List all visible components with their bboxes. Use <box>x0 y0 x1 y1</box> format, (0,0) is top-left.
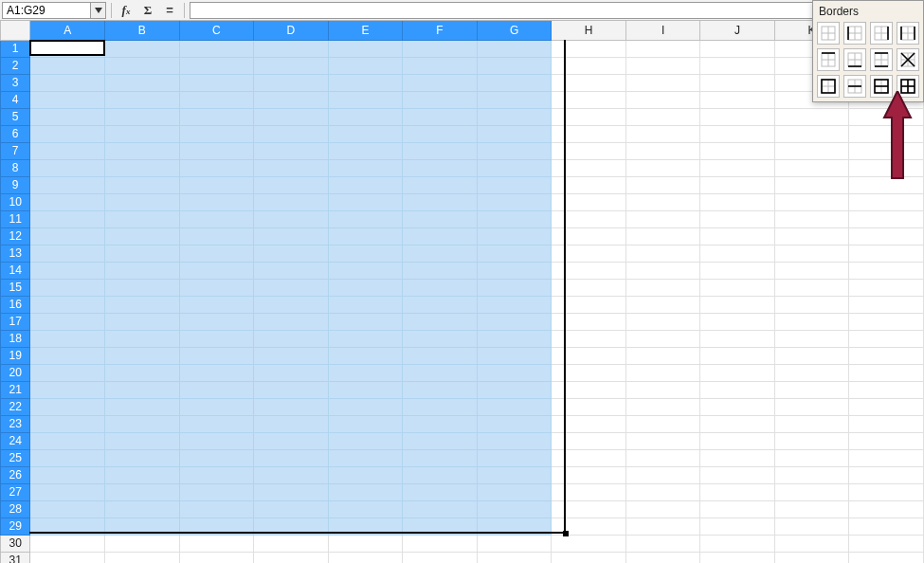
border-lr-icon[interactable] <box>897 22 919 45</box>
cell[interactable] <box>700 57 774 74</box>
cell[interactable] <box>774 296 849 313</box>
cell[interactable] <box>254 159 329 176</box>
cell[interactable] <box>179 330 254 347</box>
cell[interactable] <box>774 142 849 159</box>
cell[interactable] <box>774 381 849 398</box>
cell[interactable] <box>30 347 105 364</box>
cell[interactable] <box>849 500 924 518</box>
column-header[interactable]: D <box>254 21 329 40</box>
cell[interactable] <box>477 364 552 381</box>
cell[interactable] <box>477 449 552 466</box>
cell[interactable] <box>254 125 329 142</box>
column-header[interactable]: E <box>328 21 403 40</box>
cell[interactable] <box>700 91 774 108</box>
cell[interactable] <box>625 91 699 108</box>
cell[interactable] <box>328 330 403 347</box>
cell[interactable] <box>179 176 254 193</box>
cell[interactable] <box>254 176 329 193</box>
cell[interactable] <box>849 432 924 449</box>
cell[interactable] <box>179 552 254 563</box>
cell[interactable] <box>403 347 478 364</box>
row-header[interactable]: 3 <box>1 74 30 91</box>
cell[interactable] <box>179 296 254 313</box>
cell[interactable] <box>254 91 329 108</box>
cell[interactable] <box>30 500 105 518</box>
cell[interactable] <box>254 108 329 125</box>
row-header[interactable]: 11 <box>1 210 30 227</box>
cell[interactable] <box>179 432 254 449</box>
cell[interactable] <box>552 227 626 245</box>
cell[interactable] <box>700 432 774 449</box>
cell[interactable] <box>403 176 478 193</box>
cell[interactable] <box>700 296 774 313</box>
cell[interactable] <box>477 415 552 432</box>
cell[interactable] <box>30 415 105 432</box>
cell[interactable] <box>552 313 626 330</box>
cell[interactable] <box>254 449 329 466</box>
cell[interactable] <box>477 142 552 159</box>
cell[interactable] <box>254 364 329 381</box>
cell[interactable] <box>700 381 774 398</box>
cell[interactable] <box>774 535 849 552</box>
cell[interactable] <box>30 40 105 57</box>
cell[interactable] <box>30 245 105 262</box>
cell[interactable] <box>849 518 924 535</box>
cell[interactable] <box>477 210 552 227</box>
cell[interactable] <box>179 108 254 125</box>
cell[interactable] <box>104 483 179 500</box>
cell[interactable] <box>328 245 403 262</box>
cell[interactable] <box>625 552 699 563</box>
cell[interactable] <box>477 57 552 74</box>
cell[interactable] <box>625 176 699 193</box>
cell[interactable] <box>552 500 626 518</box>
cell[interactable] <box>625 74 699 91</box>
cell[interactable] <box>403 227 478 245</box>
cell[interactable] <box>254 74 329 91</box>
cell[interactable] <box>104 535 179 552</box>
cell[interactable] <box>254 518 329 535</box>
cell[interactable] <box>104 279 179 296</box>
row-header[interactable]: 29 <box>1 518 30 535</box>
cell[interactable] <box>477 176 552 193</box>
cell[interactable] <box>552 262 626 279</box>
cell[interactable] <box>625 108 699 125</box>
cell[interactable] <box>552 296 626 313</box>
row-header[interactable]: 7 <box>1 142 30 159</box>
cell[interactable] <box>30 466 105 483</box>
column-header[interactable]: G <box>477 21 552 40</box>
cell[interactable] <box>849 552 924 563</box>
select-all-corner[interactable] <box>1 21 30 40</box>
cell[interactable] <box>849 193 924 210</box>
cell[interactable] <box>477 518 552 535</box>
cell[interactable] <box>179 398 254 415</box>
cell[interactable] <box>104 415 179 432</box>
row-header[interactable]: 20 <box>1 364 30 381</box>
cell[interactable] <box>104 262 179 279</box>
row-header[interactable]: 25 <box>1 449 30 466</box>
row-header[interactable]: 1 <box>1 40 30 57</box>
cell[interactable] <box>403 296 478 313</box>
cell[interactable] <box>625 535 699 552</box>
row-header[interactable]: 28 <box>1 500 30 518</box>
cell[interactable] <box>403 40 478 57</box>
cell[interactable] <box>625 227 699 245</box>
cell[interactable] <box>477 466 552 483</box>
cell[interactable] <box>477 91 552 108</box>
cell[interactable] <box>552 381 626 398</box>
row-header[interactable]: 16 <box>1 296 30 313</box>
row-header[interactable]: 27 <box>1 483 30 500</box>
cell[interactable] <box>328 415 403 432</box>
row-header[interactable]: 9 <box>1 176 30 193</box>
cell[interactable] <box>477 159 552 176</box>
cell[interactable] <box>700 108 774 125</box>
cell[interactable] <box>254 210 329 227</box>
cell[interactable] <box>328 500 403 518</box>
cell[interactable] <box>104 398 179 415</box>
cell[interactable] <box>403 500 478 518</box>
row-header[interactable]: 15 <box>1 279 30 296</box>
cell[interactable] <box>30 159 105 176</box>
cell[interactable] <box>403 432 478 449</box>
border-top-icon[interactable] <box>817 48 840 71</box>
row-header[interactable]: 2 <box>1 57 30 74</box>
cell[interactable] <box>477 398 552 415</box>
